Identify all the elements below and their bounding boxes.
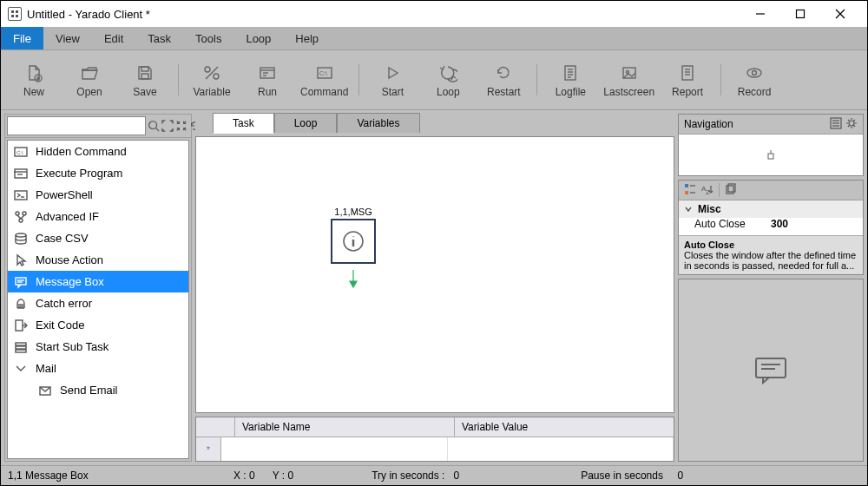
svg-line-72 [17,215,21,219]
menu-file[interactable]: File [1,27,43,49]
tree-item-exit-code[interactable]: Exit Code [8,314,188,336]
canvas[interactable]: 1,1,MSG [195,136,674,413]
svg-rect-64 [15,169,27,178]
canvas-tab-task[interactable]: Task [213,113,274,134]
prop-category[interactable]: Misc [679,200,863,218]
svg-marker-75 [17,255,25,266]
var-row-header[interactable]: * [196,437,221,461]
svg-rect-119 [728,184,735,192]
maximize-button[interactable] [780,1,820,27]
restart-button[interactable]: Restart [476,62,531,98]
search-icon[interactable] [148,118,160,134]
svg-rect-85 [16,320,23,331]
svg-point-29 [626,70,628,73]
menu-view[interactable]: View [43,27,92,49]
close-button[interactable] [820,1,860,27]
prop-pages-icon[interactable] [725,183,737,198]
menu-tools[interactable]: Tools [183,27,233,49]
canvas-tab-loop[interactable]: Loop [274,113,338,133]
menu-task[interactable]: Task [135,27,183,49]
command-icon: C:\ [315,62,334,83]
mail-icon [13,362,29,376]
lastscreen-button[interactable]: Lastscreen [598,62,660,98]
svg-rect-12 [141,74,148,79]
minimize-button[interactable] [740,1,780,27]
run-icon [258,62,277,83]
svg-rect-5 [797,10,805,18]
var-cell-name[interactable] [221,437,448,461]
navigation-minimap[interactable] [679,135,863,175]
start-icon [383,62,402,83]
prop-value[interactable]: 300 [771,218,863,235]
menu-edit[interactable]: Edit [92,27,135,49]
tree-item-hidden-command[interactable]: C:\Hidden Command [8,141,188,162]
report-button[interactable]: Report [660,62,715,98]
svg-point-70 [23,212,26,215]
var-header-name[interactable]: Variable Name [235,417,455,437]
prop-alpha-icon[interactable]: AZ [701,183,713,198]
nav-list-icon[interactable] [830,117,842,132]
loop-button[interactable]: Loop [420,62,476,98]
tree-item-send-email[interactable]: Send Email [8,379,188,401]
statusbar: 1,1 Message Box X : 0 Y : 0 Try in secon… [1,465,867,485]
tree-item-powershell[interactable]: PowerShell [8,184,188,206]
ps-icon [13,188,29,202]
nav-gear-icon[interactable] [845,117,858,132]
status-step: 1,1 Message Box [8,470,190,482]
collapse-icon[interactable] [175,118,187,134]
save-button[interactable]: Save [117,62,173,98]
variable-grid[interactable]: Variable Name Variable Value * [195,417,674,462]
svg-point-34 [747,69,761,77]
svg-line-37 [156,128,160,132]
prop-description: Auto Close Closes the window after the d… [679,236,863,274]
mouse-icon [13,253,29,267]
navigation-title: Navigation [684,118,733,130]
menu-help[interactable]: Help [283,27,331,49]
var-cell-value[interactable] [448,437,674,461]
tree-item-message-box[interactable]: Message Box [8,271,188,292]
record-icon [745,62,764,83]
tree-item-execute-program[interactable]: Execute Program [8,162,188,184]
message-icon [753,356,788,385]
svg-line-15 [206,67,218,79]
svg-rect-1 [16,10,18,13]
svg-rect-112 [685,191,688,194]
toolbar: NewOpenSaveVariableRunC:\CommandStartLoo… [1,50,867,110]
new-button[interactable]: New [6,62,62,98]
run-button[interactable]: Run [240,62,295,98]
tree-item-catch-error[interactable]: Catch error [8,292,188,314]
canvas-node[interactable]: 1,1,MSG [331,207,376,291]
titlebar: Untitled - Yarado Client * [1,1,867,27]
var-header-value[interactable]: Variable Value [455,417,674,437]
variable-button[interactable]: Variable [184,62,240,98]
svg-marker-22 [389,68,398,78]
svg-point-14 [214,74,219,79]
svg-rect-0 [11,10,14,13]
tree-item-mail[interactable]: Mail [8,358,188,379]
new-icon [24,62,43,83]
tree-item-mouse-action[interactable]: Mouse Action [8,249,188,271]
logfile-button[interactable]: Logfile [542,62,598,98]
prop-row-autoclose[interactable]: Auto Close 300 [679,218,863,235]
tree-item-case-csv[interactable]: Case CSV [8,227,188,249]
node-box[interactable] [331,219,376,264]
canvas-tab-variables[interactable]: Variables [337,113,419,133]
search-input[interactable] [7,116,146,135]
catch-icon [13,297,29,311]
svg-rect-2 [11,15,14,17]
prop-name: Auto Close [679,218,771,235]
start-button[interactable]: Start [365,62,420,98]
svg-line-73 [21,215,24,219]
prop-categorized-icon[interactable] [684,183,696,198]
tree-item-start-sub-task[interactable]: Start Sub Task [8,336,188,358]
record-button[interactable]: Record [727,62,782,98]
window-title: Untitled - Yarado Client * [27,8,150,21]
svg-rect-89 [16,350,26,352]
tree-item-advanced-if[interactable]: Advanced IF [8,206,188,227]
open-button[interactable]: Open [62,62,117,98]
preview-panel [678,279,864,462]
loop-icon [438,62,457,83]
expand-icon[interactable] [161,118,174,134]
command-button[interactable]: C:\Command [295,62,353,98]
menu-loop[interactable]: Loop [233,27,283,49]
